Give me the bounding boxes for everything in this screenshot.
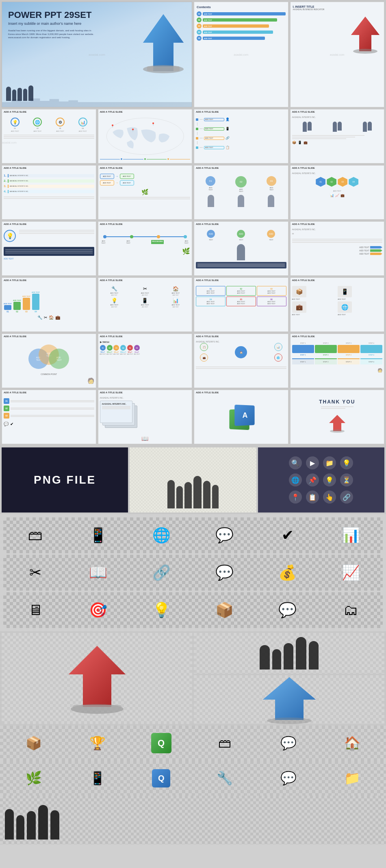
slide-9-label: ADD A TITLE SLIDE (2, 222, 96, 227)
asset-item: ✂ (5, 556, 65, 589)
slide-23-label: ADD A TITLE SLIDE (194, 390, 288, 395)
slide-17-label: ADD A TITLE SLIDE (2, 334, 96, 339)
asset-item: ✔ (257, 519, 318, 552)
slide-card-9[interactable]: ADD A TITLE SLIDE 💡 ADD TEXT (2, 221, 96, 276)
slide-card-19[interactable]: ADD A TITLE SLIDE AASADAL INTERR'S INC. … (194, 334, 288, 388)
slide-card-22[interactable]: ADD A TITLE SLIDE AASADAL INTERR'S INC. … (98, 390, 193, 444)
slide-18-label: ADD A TITLE SLIDE (98, 334, 192, 339)
slide-7-label: ADD A TITLE SLIDE (194, 166, 288, 170)
asset-item: 📈 (321, 556, 381, 589)
slide-card-3[interactable]: ADD A TITLE SLIDE ADD TEXT 👤 ADD TEXT 📱 (194, 109, 288, 164)
bottom-icon-3: Q (130, 729, 192, 757)
slide-15-label: ADD A TITLE SLIDE (194, 278, 288, 283)
insert-subtitle-text: AASADAL BUSINESS INDICATOR (293, 8, 382, 11)
slide-card-6[interactable]: ADD A TITLE SLIDE ADD TEXT → ADD TEXT AD… (98, 165, 193, 220)
asset-item: 💬 (194, 519, 255, 552)
slide-2-label: ADD A TITLE SLIDE (98, 109, 192, 114)
slide-card-10[interactable]: ADD A TITLE SLIDE ADDTEXT ADDTEXT PROCEE… (98, 221, 193, 276)
slide-22-label: ADD A TITLE SLIDE (98, 390, 192, 395)
slide-13-label: ADD A TITLE SLIDE (2, 278, 96, 283)
icons-grid-card: 🔍 ▶ 📁 💡 🌐 📌 💡 ⏳ 📍 📋 👆 🔗 (258, 447, 384, 513)
asset-item: 🗃 (5, 519, 65, 552)
png-file-text: PNG FILE (34, 473, 96, 486)
slide-8-label: ADD A TITLE SLIDE (291, 166, 384, 170)
bottom-icon-6: 🏠 (321, 729, 383, 757)
svg-marker-11 (69, 646, 126, 707)
svg-marker-15 (263, 677, 316, 720)
slide-card-23[interactable]: ADD A TITLE SLIDE Q A (194, 390, 288, 444)
slide-19-label: ADD A TITLE SLIDE (194, 334, 288, 339)
slide-12-label: ADD A TITLE SLIDE (291, 222, 384, 227)
slide-card-1[interactable]: ADD A TITLE SLIDE 💡 01 ADD TEXT 🌐 02 ADD… (2, 109, 96, 164)
bottom-icon-10: 🔧 (194, 764, 256, 792)
slide-3-label: ADD A TITLE SLIDE (194, 109, 288, 114)
asset-item: 📊 (321, 519, 381, 552)
large-people (194, 633, 384, 674)
slide-card-13[interactable]: ADD A TITLE SLIDE ADD TEXT 01 ADD TEXT 0… (2, 277, 96, 332)
slide-1-label: ADD A TITLE SLIDE (2, 109, 96, 114)
svg-rect-13 (73, 705, 121, 711)
large-blue-arrow (194, 675, 384, 724)
slide-card-18[interactable]: ADD A TITLE SLIDE ▶ 5W1H 01 Who? ADD TEX… (98, 334, 193, 388)
contents-title: Contents (197, 5, 286, 9)
bottom-icon-5: 💬 (258, 729, 319, 757)
bottom-icon-8: 📱 (67, 764, 128, 792)
slide-10-label: ADD A TITLE SLIDE (98, 222, 192, 227)
slide-card-8[interactable]: ADD A TITLE SLIDE AASADAL INTERR'S INC. … (290, 165, 385, 220)
slide-16-label: ADD A TITLE SLIDE (291, 278, 384, 283)
asset-item: 📖 (68, 556, 128, 589)
insert-title-slide[interactable]: I. INSERT TITLE AASADAL BUSINESS INDICAT… (290, 2, 385, 107)
insert-title-label: I. INSERT TITLE (293, 5, 382, 8)
slide-card-20[interactable]: ADD A TITLE SLIDE STEP 1 STEP 2 STEP 3 S… (290, 334, 385, 388)
svg-point-6 (353, 49, 377, 54)
bottom-icon-4: 🗃 (194, 729, 256, 757)
slide-card-12[interactable]: ADD A TITLE SLIDE AASADAL INTERR'S INC. … (290, 221, 385, 276)
hero-description: Asadal has been running one of the bigge… (8, 29, 98, 39)
slide-card-16[interactable]: ADD A TITLE SLIDE 📦 ADD TEXT 📱 ADD TEXT … (290, 277, 385, 332)
bottom-icon-9: Q (130, 764, 192, 792)
slide-card-14[interactable]: ADD A TITLE SLIDE 🔧 ADD TEXT ADD TEXT ✂ … (98, 277, 193, 332)
watermark-s1: asadal.com (2, 141, 17, 144)
slide-card-7[interactable]: ADD A TITLE SLIDE 01 ADDTEXT 02 ADDTEXT … (194, 165, 288, 220)
asset-item: 💬 (257, 594, 318, 626)
hero-slide[interactable]: asadal.com POWER PPT 29SET Insert my sub… (2, 2, 192, 107)
slide-card-24[interactable]: THANK YOU (290, 390, 385, 444)
bottom-icon-2: 🏆 (67, 729, 128, 757)
svg-point-16 (267, 718, 312, 724)
slide-5-label: ADD A TITLE SLIDE (2, 166, 96, 170)
slide-card-21[interactable]: ADD A TITLE SLIDE 01 02 (2, 390, 96, 444)
bottom-icon-7: 🌿 (3, 764, 65, 792)
svg-point-9 (330, 430, 345, 433)
slide-14-label: ADD A TITLE SLIDE (98, 278, 192, 283)
slide-21-label: ADD A TITLE SLIDE (2, 390, 96, 395)
bottom-icon-11: 💬 (258, 764, 319, 792)
asset-item: 💡 (131, 594, 192, 626)
contents-slide[interactable]: Contents 01 ADD TEXT 02 ADD TEXT 03 ADD … (194, 2, 288, 107)
svg-rect-3 (147, 66, 180, 71)
hero-people (6, 85, 33, 101)
slide-card-5[interactable]: ADD A TITLE SLIDE 1. AASADAL INTERR'S IN… (2, 165, 96, 220)
asset-item: 🎯 (68, 594, 128, 626)
bottom-icon-12: 📁 (321, 764, 383, 792)
slide-card-17[interactable]: ADD A TITLE SLIDE ADDTEXT ADDTEXT ADDTEX… (2, 334, 96, 388)
png-file-card: PNG FILE (2, 447, 128, 513)
large-red-arrow (2, 633, 192, 724)
asset-item: 💬 (194, 556, 255, 589)
slide-card-2[interactable]: ADD A TITLE SLIDE 📍 📍 📍 (98, 109, 193, 164)
bottom-icon-1: 📦 (3, 729, 65, 757)
hero-title: POWER PPT 29SET (8, 10, 186, 20)
silhouettes-card (130, 447, 256, 513)
svg-marker-5 (351, 17, 379, 51)
asset-item: 🔗 (131, 556, 192, 589)
asset-item: 📱 (68, 519, 128, 552)
asset-item: 🌐 (131, 519, 192, 552)
slide-card-15[interactable]: ADD A TITLE SLIDE 01ADD TEXTADD TEXT 02A… (194, 277, 288, 332)
asset-item: 📦 (194, 594, 255, 626)
asset-item: 🖥 (5, 594, 65, 626)
hero-subtitle: Insert my subtitle or main author's name… (8, 22, 186, 26)
slide-card-4[interactable]: ADD A TITLE SLIDE AASADAL INTERR'S INC. (290, 109, 385, 164)
slide-20-label: ADD A TITLE SLIDE (291, 334, 384, 339)
slide-4-label: ADD A TITLE SLIDE (291, 109, 384, 114)
slide-card-11[interactable]: ADD A TITLE SLIDE ADD TEXT ADD TEXT ADD … (194, 221, 288, 276)
slide-11-label: ADD A TITLE SLIDE (194, 222, 288, 227)
